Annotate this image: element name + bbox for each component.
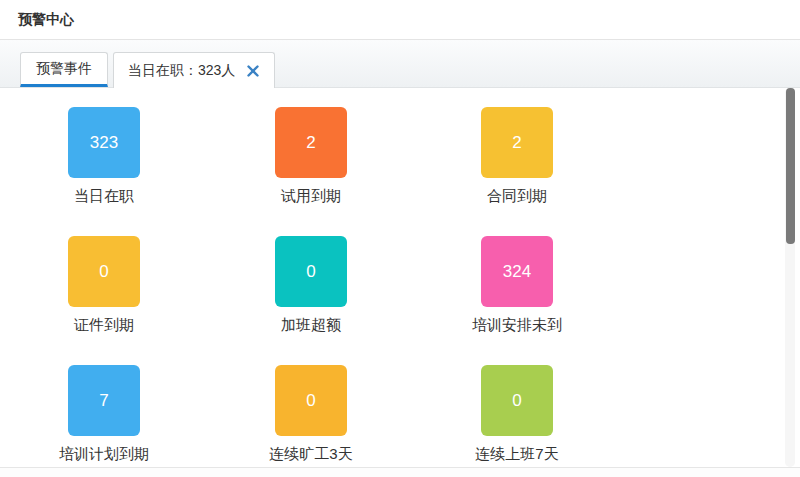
tile-square[interactable]: 7 bbox=[68, 365, 140, 436]
bottom-strip bbox=[0, 468, 800, 477]
warning-tile[interactable]: 323 当日在职 bbox=[68, 107, 140, 236]
scrollbar-thumb[interactable] bbox=[786, 88, 795, 244]
tile-label: 连续上班7天 bbox=[475, 445, 558, 464]
tile-label: 当日在职 bbox=[74, 187, 134, 206]
scrollbar-track[interactable] bbox=[785, 88, 795, 467]
tile-grid: 323 当日在职 2 试用到期 2 合同到期 0 证件到期 0 加班超额 324… bbox=[0, 88, 620, 468]
tile-value: 323 bbox=[90, 133, 118, 153]
tile-square[interactable]: 323 bbox=[68, 107, 140, 178]
tab-close-icon[interactable] bbox=[246, 64, 260, 78]
tile-value: 2 bbox=[512, 133, 521, 153]
tab-today-on-duty-label: 当日在职：323人 bbox=[128, 62, 235, 80]
tile-square[interactable]: 0 bbox=[481, 365, 553, 436]
tile-value: 7 bbox=[99, 391, 108, 411]
tile-value: 0 bbox=[99, 262, 108, 282]
tile-label: 加班超额 bbox=[281, 316, 341, 335]
tab-warning-events[interactable]: 预警事件 bbox=[20, 52, 108, 87]
tab-content: 323 当日在职 2 试用到期 2 合同到期 0 证件到期 0 加班超额 324… bbox=[0, 88, 800, 468]
tile-square[interactable]: 0 bbox=[275, 365, 347, 436]
tile-label: 培训计划到期 bbox=[59, 445, 149, 464]
warning-tile[interactable]: 7 培训计划到期 bbox=[59, 365, 149, 468]
tile-label: 连续旷工3天 bbox=[269, 445, 352, 464]
tile-square[interactable]: 2 bbox=[481, 107, 553, 178]
tile-value: 0 bbox=[512, 391, 521, 411]
tile-label: 培训安排未到 bbox=[472, 316, 562, 335]
tile-value: 2 bbox=[306, 133, 315, 153]
warning-tile[interactable]: 0 连续旷工3天 bbox=[269, 365, 352, 468]
tile-square[interactable]: 0 bbox=[275, 236, 347, 307]
tile-square[interactable]: 0 bbox=[68, 236, 140, 307]
warning-center-window: 预警中心 预警事件 当日在职：323人 323 当日在职 2 试用到期 bbox=[0, 0, 800, 477]
warning-tile[interactable]: 2 合同到期 bbox=[481, 107, 553, 236]
tile-square[interactable]: 2 bbox=[275, 107, 347, 178]
warning-tile[interactable]: 0 连续上班7天 bbox=[475, 365, 558, 468]
tile-square[interactable]: 324 bbox=[481, 236, 553, 307]
warning-tile[interactable]: 2 试用到期 bbox=[275, 107, 347, 236]
window-header: 预警中心 bbox=[0, 0, 800, 40]
warning-tile[interactable]: 0 加班超额 bbox=[275, 236, 347, 365]
tile-value: 0 bbox=[306, 262, 315, 282]
tile-label: 合同到期 bbox=[487, 187, 547, 206]
warning-tile[interactable]: 0 证件到期 bbox=[68, 236, 140, 365]
tab-bar: 预警事件 当日在职：323人 bbox=[0, 40, 800, 88]
tile-label: 证件到期 bbox=[74, 316, 134, 335]
page-title: 预警中心 bbox=[18, 11, 74, 29]
tab-today-on-duty[interactable]: 当日在职：323人 bbox=[113, 52, 275, 88]
tile-label: 试用到期 bbox=[281, 187, 341, 206]
tile-value: 324 bbox=[503, 262, 531, 282]
tile-value: 0 bbox=[306, 391, 315, 411]
tab-warning-events-label: 预警事件 bbox=[36, 60, 92, 78]
warning-tile[interactable]: 324 培训安排未到 bbox=[472, 236, 562, 365]
